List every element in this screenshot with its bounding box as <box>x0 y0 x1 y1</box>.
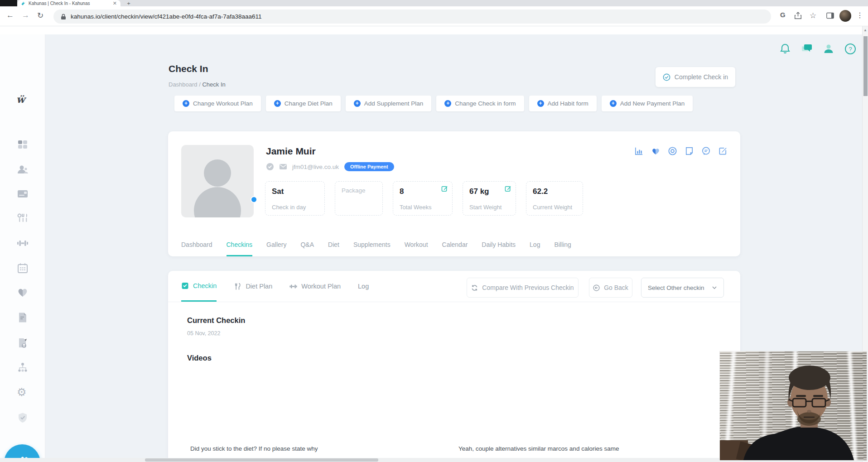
stats-chart-icon[interactable] <box>634 146 644 156</box>
file-upload-icon[interactable] <box>17 337 29 349</box>
dashboard-grid-icon[interactable] <box>17 139 29 150</box>
breadcrumb-dashboard[interactable]: Dashboard <box>169 81 198 88</box>
payments-card-icon[interactable] <box>17 188 29 200</box>
current-checkin-title: Current Checkin <box>187 316 245 325</box>
tab-close-icon[interactable]: ✕ <box>113 1 117 5</box>
hierarchy-icon[interactable] <box>17 361 29 373</box>
tab-dashboard[interactable]: Dashboard <box>181 235 212 256</box>
nutrition-icon[interactable] <box>17 212 29 224</box>
tab-gallery[interactable]: Gallery <box>266 235 286 256</box>
breadcrumb-current: Check In <box>202 81 225 88</box>
calendar-icon[interactable] <box>17 262 29 274</box>
client-email[interactable]: jfm01@live.co.uk <box>292 164 339 170</box>
messages-chat-icon[interactable] <box>800 43 813 55</box>
browser-toolbar: ← → ↻ kahunas.io/client/checkin/view/cf4… <box>0 6 868 26</box>
help-icon[interactable]: ? <box>844 43 857 55</box>
clients-icon[interactable] <box>17 164 29 175</box>
tab-diet[interactable]: Diet <box>328 235 339 256</box>
checkin-answer: Yeah, couple alternatives similar marcos… <box>458 445 619 452</box>
tab-log[interactable]: Log <box>530 235 540 256</box>
select-other-checkin-value: Select Other checkin <box>648 284 704 291</box>
change-diet-plan-button[interactable]: +Change Diet Plan <box>266 96 341 111</box>
tab-title: Kahunas | Check In - Kahunas <box>29 1 110 6</box>
settings-gear-icon[interactable]: ⚙ <box>17 386 29 398</box>
plus-circle-icon: + <box>183 100 189 107</box>
client-avatar[interactable] <box>181 145 254 217</box>
notification-bell-icon[interactable] <box>779 43 791 55</box>
add-supplement-plan-button[interactable]: +Add Supplement Plan <box>346 96 432 111</box>
tab-billing[interactable]: Billing <box>554 235 571 256</box>
change-checkin-form-button[interactable]: +Change Check in form <box>436 96 524 111</box>
arrow-left-circle-icon <box>593 284 600 291</box>
stat-label: Check in day <box>272 204 306 211</box>
action-button-row: +Change Workout Plan +Change Diet Plan +… <box>174 96 693 111</box>
checkin-question: Did you stick to the diet? If no please … <box>190 445 318 452</box>
heart-icon[interactable] <box>651 146 661 156</box>
notes-document-icon[interactable] <box>17 312 29 323</box>
side-panel-icon[interactable] <box>826 12 834 19</box>
tab-qa[interactable]: Q&A <box>300 235 314 256</box>
stat-current-weight: 62.2 Current Weight <box>526 181 583 216</box>
webcam-overlay <box>720 351 867 460</box>
reload-icon[interactable]: ↻ <box>37 11 43 20</box>
scroll-up-icon[interactable]: ▲ <box>863 28 867 32</box>
subtab-workout-plan[interactable]: Workout Plan <box>289 271 341 302</box>
address-bar[interactable]: kahunas.io/client/checkin/view/cf421abe-… <box>53 10 771 24</box>
bookmark-star-icon[interactable]: ☆ <box>810 11 816 20</box>
shield-check-icon[interactable] <box>17 412 29 424</box>
stat-value: 8 <box>400 187 446 196</box>
window-corner <box>0 0 17 6</box>
health-heart-icon[interactable] <box>17 287 29 298</box>
edit-profile-icon[interactable] <box>718 146 728 156</box>
tab-workout[interactable]: Workout <box>405 235 428 256</box>
url-text[interactable]: kahunas.io/client/checkin/view/cf421abe-… <box>71 13 262 20</box>
vertical-scroll-thumb[interactable] <box>863 36 868 96</box>
select-other-checkin-dropdown[interactable]: Select Other checkin <box>641 278 724 298</box>
tab-daily-habits[interactable]: Daily Habits <box>482 235 516 256</box>
checkin-subtab-bar: Checkin Diet Plan Workout Plan Log <box>181 271 369 302</box>
change-workout-plan-button[interactable]: +Change Workout Plan <box>174 96 261 111</box>
notes-icon[interactable] <box>685 146 694 156</box>
browser-profile-avatar[interactable] <box>839 10 851 22</box>
stat-value: Sat <box>272 187 318 196</box>
add-new-payment-plan-button[interactable]: +Add New Payment Plan <box>602 96 693 111</box>
workout-dumbbell-icon[interactable] <box>17 237 29 249</box>
kahunas-favicon-icon <box>21 1 26 6</box>
stat-package[interactable]: Package <box>335 181 383 216</box>
browser-tab[interactable]: Kahunas | Check In - Kahunas ✕ <box>17 0 121 6</box>
profile-tools-row <box>634 146 728 156</box>
add-habit-form-button[interactable]: +Add Habit form <box>529 96 597 111</box>
verified-check-icon <box>266 163 274 171</box>
avatar-placeholder-icon <box>181 145 254 217</box>
back-icon[interactable]: ← <box>6 11 14 20</box>
goal-target-icon[interactable] <box>668 146 677 156</box>
horizontal-scroll-thumb[interactable] <box>145 458 378 462</box>
current-checkin-date: 05 Nov, 2022 <box>187 330 220 337</box>
comments-icon[interactable] <box>701 146 711 156</box>
breadcrumb-separator: / <box>199 81 201 88</box>
email-envelope-icon <box>280 164 287 169</box>
tab-supplements[interactable]: Supplements <box>353 235 391 256</box>
stat-label: Start Weight <box>469 204 502 211</box>
new-tab-button[interactable]: ＋ <box>126 0 131 6</box>
browser-menu-icon[interactable]: ⋮ <box>856 11 863 19</box>
subtab-checkin[interactable]: Checkin <box>181 271 217 302</box>
go-back-button[interactable]: Go Back <box>589 278 632 298</box>
complete-checkin-label: Complete Check in <box>675 73 728 81</box>
app-sidebar: ẅ ⚙ <box>0 34 45 462</box>
online-status-dot <box>251 196 257 203</box>
subtab-log[interactable]: Log <box>358 271 369 302</box>
svg-text:?: ? <box>849 46 852 53</box>
tab-calendar[interactable]: Calendar <box>442 235 468 256</box>
compare-previous-checkin-button[interactable]: Compare With Previous Checkin <box>467 278 579 298</box>
tab-checkins[interactable]: Checkins <box>227 235 253 256</box>
edit-icon[interactable] <box>441 185 448 192</box>
forward-icon[interactable]: → <box>22 11 29 20</box>
client-contact-row: jfm01@live.co.uk Offline Payment <box>266 162 394 171</box>
share-icon[interactable] <box>794 12 802 19</box>
edit-icon[interactable] <box>505 185 511 192</box>
complete-checkin-button[interactable]: Complete Check in <box>656 67 735 87</box>
subtab-diet-plan[interactable]: Diet Plan <box>234 271 272 302</box>
google-extension-icon[interactable]: G <box>780 11 786 19</box>
account-person-icon[interactable] <box>822 43 835 55</box>
